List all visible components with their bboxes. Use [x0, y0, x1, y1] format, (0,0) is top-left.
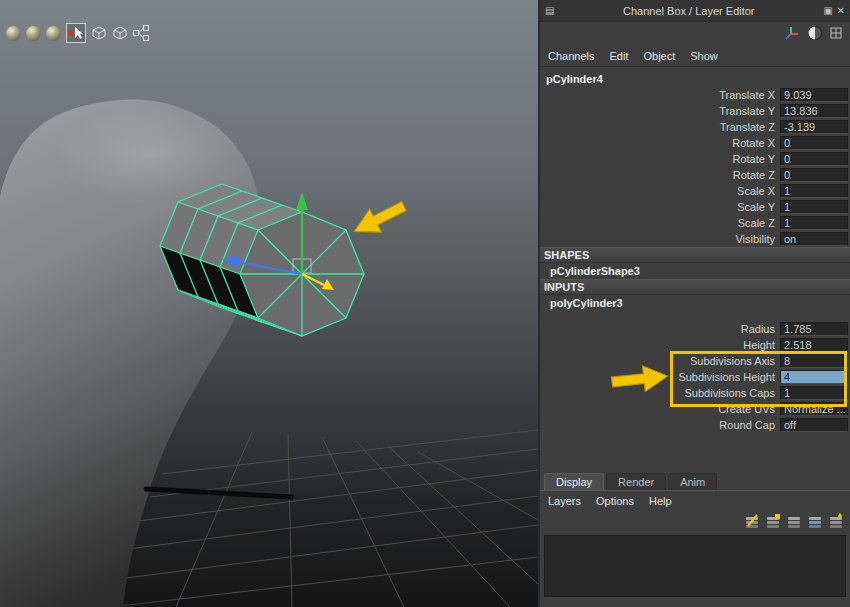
channel-label[interactable]: Rotate X — [540, 137, 780, 149]
ground-grid — [112, 430, 538, 607]
panel-title: Channel Box / Layer Editor — [558, 5, 819, 17]
inputs-header: INPUTS — [540, 279, 850, 295]
channel-value-field[interactable]: 1.785 — [780, 322, 848, 336]
channel-row: Height 2.518 — [540, 337, 850, 353]
channel-label[interactable]: Round Cap — [540, 419, 780, 431]
panel-icon-row — [540, 22, 850, 46]
viewport-3d[interactable] — [0, 0, 538, 607]
node-graph-icon[interactable] — [133, 25, 149, 41]
spacer — [540, 311, 850, 321]
channel-row: Rotate Y 0 — [540, 151, 850, 167]
cube-icon[interactable] — [91, 25, 107, 41]
channel-label[interactable]: Subdivisions Height — [540, 371, 780, 383]
channel-value-field[interactable]: 1 — [780, 200, 848, 214]
channel-value-field[interactable]: Normalize ... — [780, 402, 848, 416]
tab-render[interactable]: Render — [606, 473, 666, 490]
channel-row: Translate X 9.039 — [540, 87, 850, 103]
select-tool-icon[interactable] — [66, 23, 86, 43]
channel-value-field[interactable]: 9.039 — [780, 88, 848, 102]
menu-channels[interactable]: Channels — [548, 50, 594, 62]
channel-label[interactable]: Translate X — [540, 89, 780, 101]
channel-list: pCylinder4 Translate X 9.039 Translate Y… — [540, 67, 850, 433]
axis-icon[interactable] — [782, 24, 800, 44]
channel-row: Rotate Z 0 — [540, 167, 850, 183]
menu-options[interactable]: Options — [596, 495, 634, 507]
channel-label[interactable]: Rotate Z — [540, 169, 780, 181]
tab-display[interactable]: Display — [544, 473, 604, 490]
layer-stack-blue-icon[interactable] — [807, 513, 823, 531]
input-node-name[interactable]: polyCylinder3 — [540, 295, 850, 311]
cursor-icon — [67, 24, 85, 42]
channel-row: Scale Y 1 — [540, 199, 850, 215]
shaded-sphere-icon[interactable] — [6, 26, 21, 41]
channel-label[interactable]: Rotate Y — [540, 153, 780, 165]
channel-label[interactable]: Subdivisions Caps — [540, 387, 780, 399]
channel-row: Create UVs Normalize ... — [540, 401, 850, 417]
menu-edit[interactable]: Edit — [609, 50, 628, 62]
channel-value-field[interactable]: 0 — [780, 152, 848, 166]
channel-value-field[interactable]: 0 — [780, 136, 848, 150]
channel-label[interactable]: Scale Y — [540, 201, 780, 213]
new-layer-selected-icon[interactable] — [765, 513, 781, 531]
grid-icon[interactable] — [830, 27, 842, 41]
layer-stack-star-icon[interactable] — [828, 513, 844, 531]
channel-label[interactable]: Scale X — [540, 185, 780, 197]
channel-value-field[interactable]: 2.518 — [780, 338, 848, 352]
sculpted-mesh[interactable] — [0, 100, 260, 607]
layer-editor-menubar: Layers Options Help — [540, 491, 850, 511]
panel-menu-icon[interactable]: ▤ — [545, 6, 554, 16]
channel-label[interactable]: Radius — [540, 323, 780, 335]
channel-value-field[interactable]: 1 — [780, 184, 848, 198]
new-layer-pencil-icon[interactable] — [744, 513, 760, 531]
menu-layers[interactable]: Layers — [548, 495, 581, 507]
close-icon[interactable]: ✕ — [837, 6, 845, 16]
panel-titlebar: ▤ Channel Box / Layer Editor ▣ ✕ — [540, 0, 850, 22]
channel-row: Visibility on — [540, 231, 850, 247]
channel-label[interactable]: Create UVs — [540, 403, 780, 415]
channel-label[interactable]: Subdivisions Axis — [540, 355, 780, 367]
channel-row: Translate Y 13.836 — [540, 103, 850, 119]
channel-value-field-selected[interactable]: 4 — [780, 370, 848, 384]
channel-row: Round Cap off — [540, 417, 850, 433]
shadow-edge — [146, 489, 292, 497]
channel-label[interactable]: Translate Y — [540, 105, 780, 117]
menu-object[interactable]: Object — [643, 50, 675, 62]
channel-row: Rotate X 0 — [540, 135, 850, 151]
cube-icon[interactable] — [112, 25, 128, 41]
channel-value-field[interactable]: 8 — [780, 354, 848, 368]
channel-label[interactable]: Translate Z — [540, 121, 780, 133]
layer-list-area[interactable] — [544, 535, 846, 597]
channel-box-panel: ▤ Channel Box / Layer Editor ▣ ✕ Ch — [538, 0, 850, 607]
channel-value-field[interactable]: off — [780, 418, 848, 432]
channel-row: Subdivisions Height 4 — [540, 369, 850, 385]
channel-row: Scale Z 1 — [540, 215, 850, 231]
layer-stack-icon[interactable] — [786, 513, 802, 531]
channel-value-field[interactable]: 1 — [780, 216, 848, 230]
channel-row: Subdivisions Axis 8 — [540, 353, 850, 369]
shaded-sphere-icon[interactable] — [46, 26, 61, 41]
layer-editor-toolbar — [540, 511, 850, 533]
channel-row: Translate Z -3.139 — [540, 119, 850, 135]
menu-help[interactable]: Help — [649, 495, 672, 507]
dock-icon[interactable]: ▣ — [823, 6, 832, 16]
shape-node-name[interactable]: pCylinderShape3 — [540, 263, 850, 279]
channel-box-menubar: Channels Edit Object Show — [540, 46, 850, 67]
channel-value-field[interactable]: 0 — [780, 168, 848, 182]
channel-value-field[interactable]: 13.836 — [780, 104, 848, 118]
layer-editor: Display Render Anim Layers Options Help — [540, 471, 850, 597]
channel-value-field[interactable]: 1 — [780, 386, 848, 400]
object-name[interactable]: pCylinder4 — [540, 71, 850, 87]
channel-label[interactable]: Scale Z — [540, 217, 780, 229]
channel-label[interactable]: Visibility — [540, 233, 780, 245]
tab-anim[interactable]: Anim — [668, 473, 717, 490]
menu-show[interactable]: Show — [690, 50, 718, 62]
channel-value-field[interactable]: -3.139 — [780, 120, 848, 134]
viewport-toolbar — [6, 22, 149, 44]
layer-editor-tabs: Display Render Anim — [540, 471, 850, 491]
shapes-header: SHAPES — [540, 247, 850, 263]
channel-row: Radius 1.785 — [540, 321, 850, 337]
channel-label[interactable]: Height — [540, 339, 780, 351]
contrast-icon[interactable] — [807, 25, 823, 43]
channel-value-field[interactable]: on — [780, 232, 848, 246]
shaded-sphere-icon[interactable] — [26, 26, 41, 41]
